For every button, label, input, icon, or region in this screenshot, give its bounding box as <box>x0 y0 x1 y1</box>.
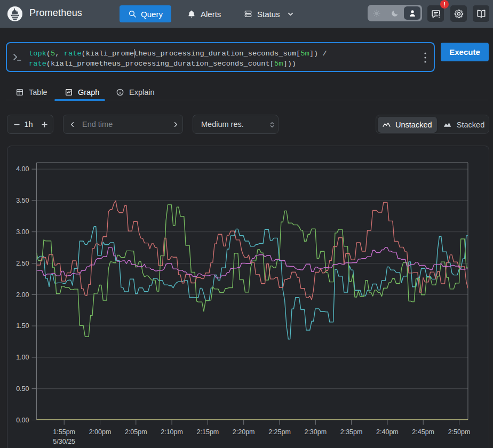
svg-text:2:10pm: 2:10pm <box>161 428 183 436</box>
svg-text:0.00: 0.00 <box>16 417 29 424</box>
svg-text:2:15pm: 2:15pm <box>197 428 219 436</box>
svg-text:1.00: 1.00 <box>16 354 29 361</box>
svg-text:2.50: 2.50 <box>16 260 29 267</box>
svg-text:1.50: 1.50 <box>16 322 29 330</box>
svg-text:1:55pm: 1:55pm <box>53 428 75 436</box>
svg-text:2:30pm: 2:30pm <box>304 428 327 436</box>
svg-text:2:05pm: 2:05pm <box>125 428 147 436</box>
svg-text:2:50pm: 2:50pm <box>448 428 471 436</box>
svg-text:2:00pm: 2:00pm <box>89 428 112 436</box>
svg-text:2:20pm: 2:20pm <box>233 428 255 436</box>
svg-text:4.00: 4.00 <box>16 165 29 173</box>
svg-text:0.50: 0.50 <box>16 385 29 393</box>
svg-text:2:35pm: 2:35pm <box>340 428 363 436</box>
svg-text:3.00: 3.00 <box>16 228 29 236</box>
svg-text:2:40pm: 2:40pm <box>376 428 399 436</box>
svg-text:3.50: 3.50 <box>16 197 29 204</box>
svg-text:2:45pm: 2:45pm <box>412 428 434 436</box>
svg-text:2:25pm: 2:25pm <box>268 428 291 436</box>
svg-text:5/30/25: 5/30/25 <box>53 438 75 445</box>
svg-text:2.00: 2.00 <box>16 291 29 299</box>
